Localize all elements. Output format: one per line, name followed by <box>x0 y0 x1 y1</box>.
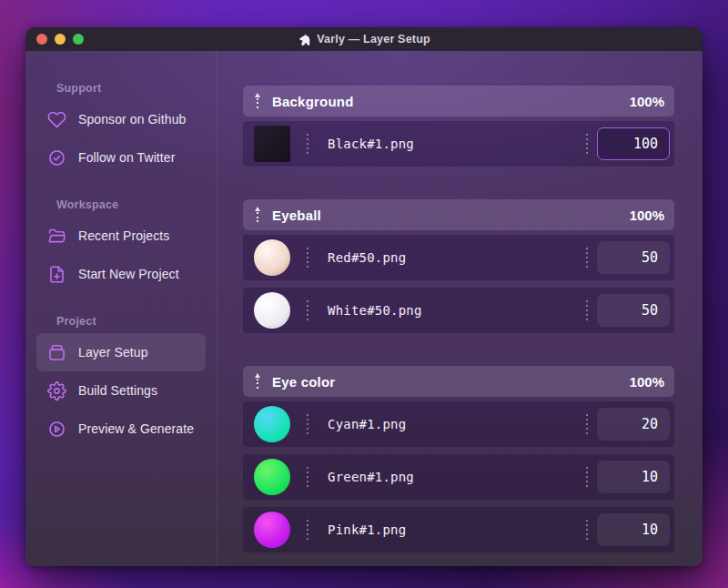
layer-row-green-1-png[interactable]: Green#1.png <box>243 454 674 500</box>
window-body: SupportSponsor on GithubFollow on Twitte… <box>25 51 703 566</box>
separator-icon <box>586 134 588 154</box>
layer-weight-input[interactable] <box>597 461 670 493</box>
layer-filename: Cyan#1.png <box>328 417 406 431</box>
sidebar-item-label: Follow on Twitter <box>78 150 175 165</box>
layer-weight-input[interactable] <box>597 127 670 160</box>
sidebar-item-label: Sponsor on Github <box>78 112 186 127</box>
unicorn-app-icon <box>298 33 311 46</box>
folder-icon <box>47 227 66 246</box>
sidebar-item-label: Build Settings <box>78 383 157 398</box>
sidebar-item-follow-on-twitter[interactable]: Follow on Twitter <box>36 138 206 177</box>
sidebar-item-build-settings[interactable]: Build Settings <box>36 371 206 410</box>
separator-icon <box>307 134 308 154</box>
sidebar-item-label: Layer Setup <box>78 345 148 360</box>
window-controls <box>36 27 84 51</box>
separator-icon <box>307 520 308 540</box>
layer-group-weight: 100% <box>630 94 664 109</box>
window-title-area: Varly — Layer Setup <box>298 33 430 46</box>
sidebar-item-start-new-project[interactable]: Start New Project <box>36 255 206 293</box>
sidebar-item-sponsor-on-github[interactable]: Sponsor on Github <box>36 100 206 138</box>
sidebar-item-preview-generate[interactable]: Preview & Generate <box>36 410 206 448</box>
layer-thumbnail-black-1-png <box>254 126 290 162</box>
layer-thumbnail-white-50-png <box>254 292 290 329</box>
separator-icon <box>586 300 588 320</box>
separator-icon <box>307 414 308 434</box>
sidebar-section: SupportSponsor on GithubFollow on Twitte… <box>36 82 206 177</box>
layer-row-red-50-png[interactable]: Red#50.png <box>243 235 674 280</box>
layer-group-eye-color: Eye color100%Cyan#1.pngGreen#1.pngPink#1… <box>243 366 674 553</box>
sidebar-nav: SupportSponsor on GithubFollow on Twitte… <box>25 51 217 566</box>
layer-group-background: Background100%Black#1.png <box>243 86 674 167</box>
titlebar: Varly — Layer Setup <box>25 27 703 51</box>
layer-filename: White#50.png <box>328 303 422 318</box>
layer-filename: Green#1.png <box>328 470 414 484</box>
sidebar-item-label: Recent Projects <box>78 228 169 243</box>
layer-row-pink-1-png[interactable]: Pink#1.png <box>243 507 674 553</box>
layer-group-header[interactable]: Eye color100% <box>243 366 674 397</box>
layer-row-cyan-1-png[interactable]: Cyan#1.png <box>243 401 674 447</box>
separator-icon <box>586 248 588 268</box>
layer-group-name: Eye color <box>272 374 335 390</box>
drag-handle-icon[interactable] <box>253 373 262 390</box>
file-plus-icon <box>47 265 66 284</box>
layer-weight-input[interactable] <box>597 513 670 546</box>
minimize-window-button[interactable] <box>55 34 66 45</box>
sidebar-item-layer-setup[interactable]: Layer Setup <box>36 333 206 371</box>
sidebar-section: WorkspaceRecent ProjectsStart New Projec… <box>36 198 206 293</box>
close-window-button[interactable] <box>36 34 47 45</box>
sidebar-item-recent-projects[interactable]: Recent Projects <box>36 217 206 255</box>
sidebar-section-label: Project <box>56 315 206 328</box>
layers-archive-icon <box>47 343 66 362</box>
layer-group-weight: 100% <box>630 374 664 390</box>
layer-weight-input[interactable] <box>597 241 670 274</box>
zoom-window-button[interactable] <box>73 34 84 45</box>
layer-group-name: Eyeball <box>272 208 321 223</box>
layer-row-white-50-png[interactable]: White#50.png <box>243 288 674 333</box>
layer-weight-input[interactable] <box>597 294 670 327</box>
layer-filename: Red#50.png <box>328 250 406 265</box>
separator-icon <box>586 520 588 540</box>
sidebar-section: ProjectLayer SetupBuild SettingsPreview … <box>36 315 206 448</box>
app-window: Varly — Layer Setup SupportSponsor on Gi… <box>25 27 703 566</box>
layer-row-black-1-png[interactable]: Black#1.png <box>243 121 674 167</box>
window-title: Varly — Layer Setup <box>317 33 430 46</box>
layer-thumbnail-red-50-png <box>254 239 290 276</box>
separator-icon <box>307 300 308 320</box>
play-circle-icon <box>47 420 66 439</box>
sidebar-item-label: Start New Project <box>78 267 179 281</box>
sidebar-section-label: Support <box>56 82 206 95</box>
layer-filename: Pink#1.png <box>328 522 406 537</box>
layer-thumbnail-pink-1-png <box>254 512 290 548</box>
desktop-background: Varly — Layer Setup SupportSponsor on Gi… <box>0 0 728 588</box>
separator-icon <box>307 467 308 487</box>
sidebar-item-label: Preview & Generate <box>78 421 194 436</box>
sidebar-section-label: Workspace <box>56 198 206 211</box>
layer-list: Background100%Black#1.pngEyeball100%Red#… <box>217 51 703 566</box>
layer-group-eyeball: Eyeball100%Red#50.pngWhite#50.png <box>243 199 674 333</box>
layer-group-name: Background <box>272 94 354 109</box>
gear-icon <box>47 381 66 400</box>
drag-handle-icon[interactable] <box>253 93 262 110</box>
layer-filename: Black#1.png <box>328 137 414 151</box>
layer-group-header[interactable]: Background100% <box>243 86 674 117</box>
separator-icon <box>586 414 588 434</box>
layer-thumbnail-green-1-png <box>254 459 290 495</box>
heart-icon <box>47 110 66 129</box>
layer-group-header[interactable]: Eyeball100% <box>243 199 674 230</box>
separator-icon <box>586 467 588 487</box>
layer-weight-input[interactable] <box>597 408 670 441</box>
separator-icon <box>307 248 308 268</box>
layer-thumbnail-cyan-1-png <box>254 406 290 442</box>
layer-group-weight: 100% <box>630 208 664 223</box>
drag-handle-icon[interactable] <box>253 207 262 224</box>
badge-check-icon <box>47 148 66 167</box>
